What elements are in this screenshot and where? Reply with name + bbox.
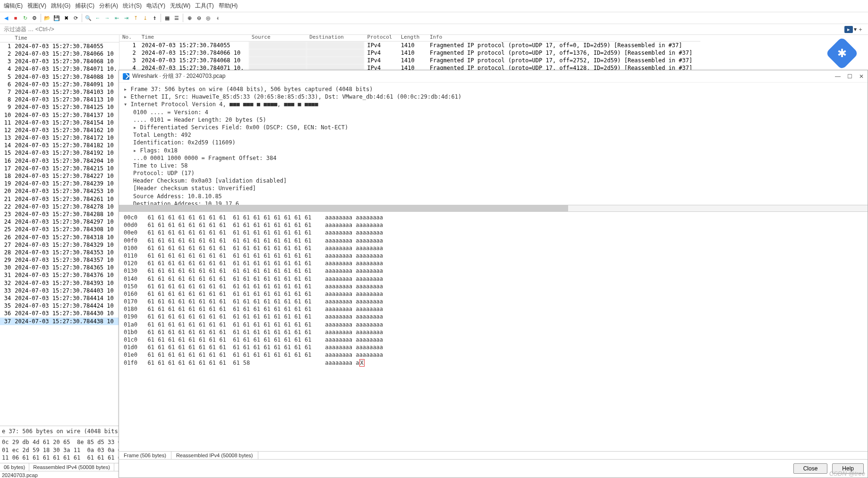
tree-eth[interactable]: Ethernet II, Src: HuaweiTe_85:d5:33 (20:… — [124, 93, 863, 101]
packet-row[interactable]: 192024-07-03 15:27:30.784239 10 — [0, 180, 119, 187]
tab[interactable]: Reassembled IPv4 (50008 bytes) — [29, 463, 114, 471]
prev-icon[interactable]: ← — [94, 14, 102, 22]
capture-options-icon[interactable]: ⚙ — [30, 14, 39, 22]
packet-row[interactable]: 362024-07-03 15:27:30.784430 10 — [0, 310, 119, 317]
packet-row[interactable]: 102024-07-03 15:27:30.784137 10 — [0, 111, 119, 119]
tree-field[interactable]: Total Length: 492 — [124, 131, 863, 139]
maximize-icon[interactable]: ☐ — [847, 73, 852, 80]
col-header[interactable]: Info — [427, 34, 700, 41]
proto-tree[interactable]: Frame 37: 506 bytes on wire (4048 bits),… — [119, 83, 868, 205]
packet-row[interactable]: 62024-07-03 15:27:30.784091 10 — [0, 81, 119, 88]
zoom-out-icon[interactable]: ⊖ — [195, 14, 203, 22]
col-header[interactable]: Length — [398, 34, 427, 41]
close-button[interactable]: Close — [793, 463, 828, 474]
close-icon[interactable]: ✕ — [859, 73, 864, 80]
sub-titlebar[interactable]: Wireshark · 分组 37 · 20240703.pcap — ☐ ✕ — [119, 70, 868, 83]
col-header[interactable]: Destination — [306, 34, 364, 41]
next-icon[interactable]: → — [103, 14, 111, 22]
packet-row[interactable]: 142024-07-03 15:27:30.784182 10 — [0, 142, 119, 149]
reload-icon[interactable]: ⟳ — [71, 14, 80, 22]
menu-item[interactable]: 分析(A) — [99, 2, 118, 10]
packet-row[interactable]: 372024-07-03 15:27:30.784438 10 — [0, 318, 119, 325]
packet-row[interactable]: 232024-07-03 15:27:30.784288 10 — [0, 210, 119, 218]
col-header[interactable]: No. — [119, 34, 139, 41]
hex-row[interactable]: 0140 61 61 61 61 61 61 61 61 61 61 61 61… — [124, 275, 863, 283]
hex-row[interactable]: 01d0 61 61 61 61 61 61 61 61 61 61 61 61… — [124, 344, 863, 351]
packet-row[interactable]: 252024-07-03 15:27:30.784308 10 — [0, 226, 119, 233]
packet-list-wide[interactable]: No.TimeSourceDestinationProtocolLengthIn… — [119, 34, 700, 71]
packet-row[interactable]: 322024-07-03 15:27:30.784393 10 — [0, 279, 119, 287]
col-header[interactable]: Protocol — [364, 34, 398, 41]
hex-row[interactable]: 01c0 61 61 61 61 61 61 61 61 61 61 61 61… — [124, 336, 863, 344]
minimize-icon[interactable]: — — [835, 73, 841, 80]
tree-field[interactable]: [Header checksum status: Unverified] — [124, 184, 863, 192]
packet-row[interactable]: 12024-07-03 15:27:30.784055 — [0, 42, 119, 50]
find-icon[interactable]: 🔍 — [84, 14, 93, 22]
menu-item[interactable]: 跳转(G) — [51, 2, 70, 10]
menu-item[interactable]: 统计(S) — [123, 2, 142, 10]
menu-item[interactable]: 捕获(C) — [75, 2, 94, 10]
hex-row[interactable]: 01f0 61 61 61 61 61 61 61 61 61 58 aaaaa… — [124, 359, 863, 367]
first-icon[interactable]: ⤒ — [131, 14, 140, 22]
packet-row[interactable]: 122024-07-03 15:27:30.784162 10 — [0, 126, 119, 134]
zoom-in-icon[interactable]: ⊕ — [185, 14, 194, 22]
tree-frame[interactable]: Frame 37: 506 bytes on wire (4048 bits),… — [124, 85, 863, 93]
colorize-icon[interactable]: ▦ — [163, 14, 171, 22]
filter-dropdown-icon[interactable]: ▾ — [854, 26, 857, 33]
hex-row[interactable]: 0120 61 61 61 61 61 61 61 61 61 61 61 61… — [124, 260, 863, 267]
start-capture-icon[interactable]: ◀ — [2, 14, 10, 22]
packet-row[interactable]: 182024-07-03 15:27:30.784227 10 — [0, 172, 119, 180]
hex-row[interactable]: 00d0 61 61 61 61 61 61 61 61 61 61 61 61… — [124, 221, 863, 229]
packet-row[interactable]: 292024-07-03 15:27:30.784357 10 — [0, 256, 119, 264]
col-header[interactable]: Time — [139, 34, 249, 41]
hex-row[interactable]: 01e0 61 61 61 61 61 61 61 61 61 61 61 61… — [124, 351, 863, 359]
tree-field[interactable]: Time to Live: 58 — [124, 162, 863, 169]
packet-row[interactable]: 312024-07-03 15:27:30.784376 10 — [0, 271, 119, 279]
menu-item[interactable]: 工具(T) — [195, 2, 213, 10]
tree-field[interactable]: .... 0101 = Header Length: 20 bytes (5) — [124, 116, 863, 124]
open-file-icon[interactable]: 📂 — [43, 14, 51, 22]
packet-row[interactable]: 212024-07-03 15:27:30.784261 10 — [0, 195, 119, 203]
hex-row[interactable]: 0190 61 61 61 61 61 61 61 61 61 61 61 61… — [124, 313, 863, 320]
tree-field[interactable]: Flags: 0x18 — [124, 147, 863, 154]
close-file-icon[interactable]: ✖ — [62, 14, 70, 22]
restart-capture-icon[interactable]: ↻ — [21, 14, 29, 22]
packet-row[interactable]: 302024-07-03 15:27:30.784365 10 — [0, 264, 119, 271]
packet-row[interactable]: 22024-07-03 15:27:30.784066 10 IPv41410F… — [119, 49, 700, 57]
packet-row[interactable]: 152024-07-03 15:27:30.784192 10 — [0, 149, 119, 157]
packet-row[interactable]: 242024-07-03 15:27:30.784297 10 — [0, 218, 119, 226]
hex-row[interactable]: 0160 61 61 61 61 61 61 61 61 61 61 61 61… — [124, 290, 863, 298]
jump-next-icon[interactable]: ⇥ — [122, 14, 130, 22]
save-file-icon[interactable]: 💾 — [52, 14, 61, 22]
menu-item[interactable]: 视图(V) — [27, 2, 46, 10]
hex-pane[interactable]: 00c0 61 61 61 61 61 61 61 61 61 61 61 61… — [119, 212, 868, 451]
col-header[interactable]: Time — [13, 35, 119, 42]
packet-row[interactable]: 92024-07-03 15:27:30.784125 10 — [0, 103, 119, 111]
hex-row[interactable]: 01a0 61 61 61 61 61 61 61 61 61 61 61 61… — [124, 321, 863, 328]
tree-field[interactable]: Identification: 0x2d59 (11609) — [124, 139, 863, 146]
packet-row[interactable]: 272024-07-03 15:27:30.784329 10 — [0, 241, 119, 249]
help-button[interactable]: Help — [832, 463, 864, 474]
packet-row[interactable]: 262024-07-03 15:27:30.784318 10 — [0, 234, 119, 241]
packet-row[interactable]: 12024-07-03 15:27:30.784055 IPv41410Frag… — [119, 41, 700, 49]
tree-field[interactable]: Source Address: 10.8.10.85 — [124, 193, 863, 200]
tree-field[interactable]: Protocol: UDP (17) — [124, 169, 863, 177]
resize-cols-icon[interactable]: ⫞ — [213, 14, 222, 22]
hex-row[interactable]: 0110 61 61 61 61 61 61 61 61 61 61 61 61… — [124, 252, 863, 260]
packet-row[interactable]: 22024-07-03 15:27:30.784066 10 — [0, 50, 119, 58]
packet-row[interactable]: 132024-07-03 15:27:30.784172 10 — [0, 134, 119, 142]
packet-row[interactable]: 172024-07-03 15:27:30.784215 10 — [0, 165, 119, 172]
zoom-reset-icon[interactable]: ◎ — [204, 14, 213, 22]
packet-list[interactable]: Time 12024-07-03 15:27:30.78405522024-07… — [0, 35, 119, 426]
tab[interactable]: 06 bytes) — [0, 463, 29, 471]
hex-row[interactable]: 00e0 61 61 61 61 61 61 61 61 61 61 61 61… — [124, 229, 863, 236]
packet-row[interactable]: 72024-07-03 15:27:30.784103 10 — [0, 88, 119, 96]
packet-row[interactable]: 32024-07-03 15:27:30.784068 10 — [0, 58, 119, 65]
packet-row[interactable]: 282024-07-03 15:27:30.784353 10 — [0, 249, 119, 256]
packet-row[interactable]: 342024-07-03 15:27:30.784414 10 — [0, 294, 119, 302]
tree-field[interactable]: Destination Address: 10.19.17.6 — [124, 200, 863, 205]
auto-scroll-icon[interactable]: ⤈ — [150, 14, 159, 22]
hex-row[interactable]: 0100 61 61 61 61 61 61 61 61 61 61 61 61… — [124, 244, 863, 252]
packet-row[interactable]: 112024-07-03 15:27:30.784154 10 — [0, 119, 119, 126]
packet-row[interactable]: 162024-07-03 15:27:30.784204 10 — [0, 157, 119, 165]
